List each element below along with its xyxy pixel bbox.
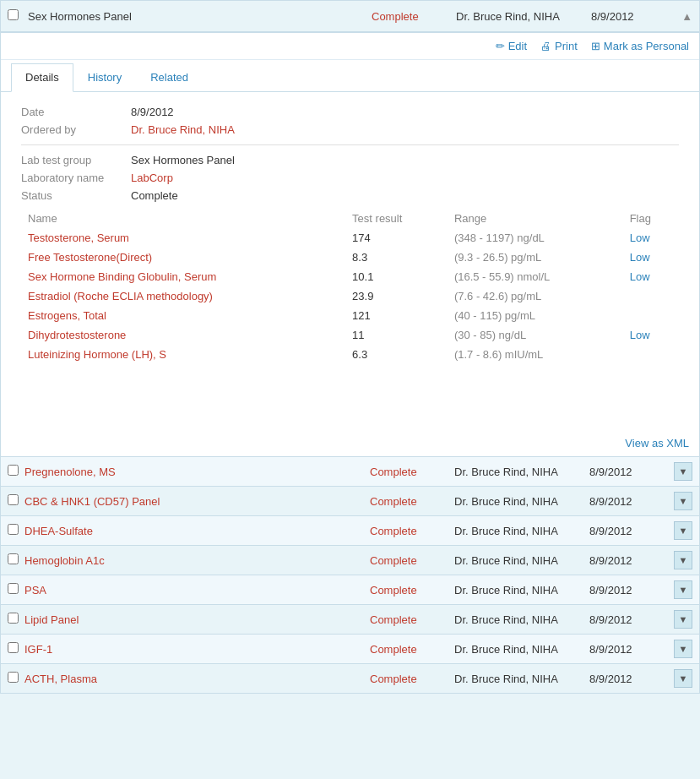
cell-name[interactable]: Testosterone, Serum bbox=[21, 228, 345, 248]
list-item-status: Complete bbox=[370, 466, 454, 478]
list-item: ACTH, Plasma Complete Dr. Bruce Rind, NI… bbox=[0, 664, 700, 694]
top-status: Complete bbox=[372, 10, 456, 23]
lab-name-value[interactable]: LabCorp bbox=[131, 172, 173, 184]
table-row: Free Testosterone(Direct)8.3(9.3 - 26.5)… bbox=[21, 248, 679, 267]
list-item-date: 8/9/2012 bbox=[589, 466, 674, 478]
status-label: Status bbox=[21, 189, 131, 202]
tab-history[interactable]: History bbox=[73, 63, 136, 91]
list-item-expand[interactable]: ▼ bbox=[674, 462, 692, 481]
col-name: Name bbox=[21, 209, 345, 228]
list-item-name[interactable]: Lipid Panel bbox=[24, 613, 370, 626]
list-item-date: 8/9/2012 bbox=[589, 495, 674, 508]
list-item-doctor: Dr. Bruce Rind, NIHA bbox=[454, 643, 589, 656]
cell-result: 6.3 bbox=[345, 345, 448, 364]
cell-name[interactable]: Estradiol (Roche ECLIA methodology) bbox=[21, 286, 345, 306]
divider-1 bbox=[21, 144, 679, 145]
list-item: DHEA-Sulfate Complete Dr. Bruce Rind, NI… bbox=[0, 516, 700, 546]
mark-personal-button[interactable]: ⊞ Mark as Personal bbox=[591, 40, 689, 52]
field-row-ordered-by: Ordered by Dr. Bruce Rind, NIHA bbox=[21, 123, 679, 136]
list-item-doctor: Dr. Bruce Rind, NIHA bbox=[454, 613, 589, 626]
table-header-row: Name Test result Range Flag bbox=[21, 209, 679, 228]
list-item-date: 8/9/2012 bbox=[589, 584, 674, 597]
list-item-expand[interactable]: ▼ bbox=[674, 669, 692, 688]
edit-button[interactable]: ✏ Edit bbox=[496, 40, 527, 52]
list-item: Hemoglobin A1c Complete Dr. Bruce Rind, … bbox=[0, 546, 700, 575]
list-item: Pregnenolone, MS Complete Dr. Bruce Rind… bbox=[0, 457, 700, 487]
list-item-date: 8/9/2012 bbox=[589, 613, 674, 626]
list-item-status: Complete bbox=[370, 643, 454, 656]
edit-icon: ✏ bbox=[496, 40, 505, 52]
list-item-expand[interactable]: ▼ bbox=[674, 610, 692, 629]
cell-range: (16.5 - 55.9) nmol/L bbox=[448, 267, 623, 286]
list-item-date: 8/9/2012 bbox=[589, 554, 674, 567]
col-result: Test result bbox=[345, 209, 448, 228]
top-arrow[interactable]: ▲ bbox=[676, 10, 692, 23]
list-item-name[interactable]: DHEA-Sulfate bbox=[24, 525, 370, 537]
table-row: Estrogens, Total121(40 - 115) pg/mL bbox=[21, 306, 679, 325]
lab-group-value: Sex Hormones Panel bbox=[131, 154, 235, 166]
cell-name[interactable]: Free Testosterone(Direct) bbox=[21, 248, 345, 267]
list-item-expand[interactable]: ▼ bbox=[674, 640, 692, 658]
list-checkbox[interactable] bbox=[8, 642, 24, 656]
list-item-expand[interactable]: ▼ bbox=[674, 492, 692, 510]
list-item-expand[interactable]: ▼ bbox=[674, 551, 692, 569]
cell-result: 174 bbox=[345, 228, 448, 248]
cell-result: 11 bbox=[345, 325, 448, 345]
cell-range: (9.3 - 26.5) pg/mL bbox=[448, 248, 623, 267]
list-item-status: Complete bbox=[370, 495, 454, 508]
cell-name[interactable]: Luteinizing Hormone (LH), S bbox=[21, 345, 345, 364]
list-item-name[interactable]: ACTH, Plasma bbox=[24, 673, 370, 685]
field-row-lab-group: Lab test group Sex Hormones Panel bbox=[21, 154, 679, 166]
col-flag: Flag bbox=[623, 209, 679, 228]
cell-name[interactable]: Estrogens, Total bbox=[21, 306, 345, 325]
list-item-date: 8/9/2012 bbox=[589, 673, 674, 685]
status-value: Complete bbox=[131, 189, 178, 202]
list-item-expand[interactable]: ▼ bbox=[674, 580, 692, 599]
col-range: Range bbox=[448, 209, 623, 228]
list-item-expand[interactable]: ▼ bbox=[674, 521, 692, 540]
list-item-name[interactable]: IGF-1 bbox=[24, 643, 370, 656]
list-item: PSA Complete Dr. Bruce Rind, NIHA 8/9/20… bbox=[0, 575, 700, 605]
list-checkbox[interactable] bbox=[8, 494, 24, 508]
cell-name[interactable]: Dihydrotestosterone bbox=[21, 325, 345, 345]
list-checkbox[interactable] bbox=[8, 524, 24, 537]
list-checkbox[interactable] bbox=[8, 613, 24, 626]
list-item-name[interactable]: Pregnenolone, MS bbox=[24, 466, 370, 478]
cell-result: 10.1 bbox=[345, 267, 448, 286]
cell-result: 8.3 bbox=[345, 248, 448, 267]
view-xml-link[interactable]: View as XML bbox=[625, 437, 689, 449]
list-item-status: Complete bbox=[370, 613, 454, 626]
cell-flag: Low bbox=[623, 228, 679, 248]
cell-range: (1.7 - 8.6) mIU/mL bbox=[448, 345, 623, 364]
top-panel-name: Sex Hormones Panel bbox=[24, 10, 372, 23]
cell-name[interactable]: Sex Hormone Binding Globulin, Serum bbox=[21, 267, 345, 286]
tab-details[interactable]: Details bbox=[11, 63, 73, 92]
list-checkbox[interactable] bbox=[8, 465, 24, 478]
list-item-name[interactable]: PSA bbox=[24, 584, 370, 597]
list-item: Lipid Panel Complete Dr. Bruce Rind, NIH… bbox=[0, 605, 700, 635]
detail-content: Date 8/9/2012 Ordered by Dr. Bruce Rind,… bbox=[1, 92, 699, 430]
detail-panel: ✏ Edit 🖨 Print ⊞ Mark as Personal Detail… bbox=[0, 32, 700, 457]
print-button[interactable]: 🖨 Print bbox=[540, 40, 578, 52]
action-bar: ✏ Edit 🖨 Print ⊞ Mark as Personal bbox=[1, 33, 699, 60]
cell-range: (30 - 85) ng/dL bbox=[448, 325, 623, 345]
top-checkbox[interactable] bbox=[8, 9, 24, 23]
list-item-status: Complete bbox=[370, 673, 454, 685]
list-checkbox[interactable] bbox=[8, 583, 24, 597]
list-item-status: Complete bbox=[370, 554, 454, 567]
list-item-status: Complete bbox=[370, 584, 454, 597]
tab-related[interactable]: Related bbox=[136, 63, 203, 91]
list-item-name[interactable]: Hemoglobin A1c bbox=[24, 554, 370, 567]
table-row: Estradiol (Roche ECLIA methodology)23.9(… bbox=[21, 286, 679, 306]
list-item-name[interactable]: CBC & HNK1 (CD57) Panel bbox=[24, 495, 370, 508]
top-doctor: Dr. Bruce Rind, NIHA bbox=[456, 10, 591, 23]
cell-flag: Low bbox=[623, 248, 679, 267]
list-item: CBC & HNK1 (CD57) Panel Complete Dr. Bru… bbox=[0, 487, 700, 516]
field-row-lab-name: Laboratory name LabCorp bbox=[21, 172, 679, 184]
cell-result: 23.9 bbox=[345, 286, 448, 306]
list-checkbox[interactable] bbox=[8, 553, 24, 567]
list-item-doctor: Dr. Bruce Rind, NIHA bbox=[454, 495, 589, 508]
list-checkbox[interactable] bbox=[8, 672, 24, 685]
ordered-by-value[interactable]: Dr. Bruce Rind, NIHA bbox=[131, 123, 235, 136]
list-item-date: 8/9/2012 bbox=[589, 525, 674, 537]
